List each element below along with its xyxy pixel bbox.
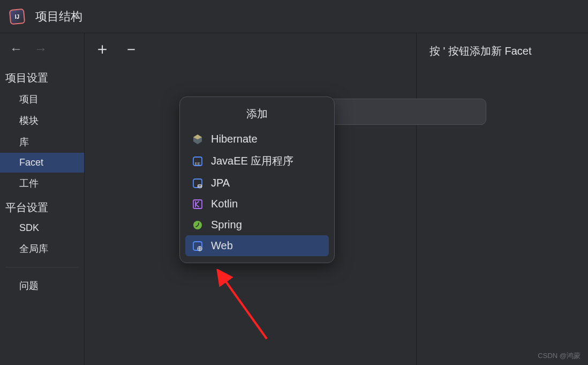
back-button[interactable]: ← — [10, 41, 22, 56]
popup-item-label: JPA — [211, 177, 230, 189]
popup-item-javaee[interactable]: EE JavaEE 应用程序 — [185, 150, 329, 173]
sidebar-item-libraries[interactable]: 库 — [0, 131, 84, 153]
sidebar-item-global-libs[interactable]: 全局库 — [0, 238, 84, 259]
section-title-platform: 平台设置 — [0, 194, 84, 218]
sidebar-item-sdk[interactable]: SDK — [0, 218, 84, 238]
app-icon — [9, 8, 25, 24]
hibernate-icon — [192, 133, 203, 145]
popup-item-web[interactable]: Web — [185, 235, 329, 256]
popup-item-label: JavaEE 应用程序 — [211, 154, 293, 168]
sidebar-divider — [5, 267, 79, 267]
add-facet-popup: 添加 Hibernate EE JavaEE 应用程序 JPA — [179, 96, 335, 263]
sidebar-item-facet[interactable]: Facet — [0, 153, 84, 173]
titlebar: 项目结构 — [0, 0, 588, 33]
sidebar: ← → 项目设置 项目 模块 库 Facet 工件 平台设置 SDK 全局库 问… — [0, 33, 85, 365]
toolbar: ＋ － — [85, 33, 416, 64]
svg-rect-7 — [193, 200, 202, 208]
section-title-project: 项目设置 — [0, 64, 84, 88]
popup-item-label: Web — [211, 240, 233, 252]
window-title: 项目结构 — [35, 9, 82, 25]
svg-line-12 — [224, 279, 267, 339]
center-panel: ＋ － 添加 Hibernate EE JavaEE 应用程序 — [85, 33, 417, 365]
jpa-icon — [192, 177, 203, 189]
popup-item-label: Spring — [211, 219, 242, 231]
svg-point-8 — [193, 221, 202, 229]
sidebar-item-problems[interactable]: 问题 — [0, 275, 84, 296]
javaee-icon: EE — [192, 155, 203, 167]
popup-item-spring[interactable]: Spring — [185, 214, 329, 235]
hint-text: 按 ' 按钮添加新 Facet — [429, 44, 575, 58]
web-icon — [192, 240, 203, 252]
nav-arrows: ← → — [0, 33, 84, 64]
watermark: CSDN @鸿蒙 — [538, 351, 581, 361]
spring-icon — [192, 219, 203, 231]
popup-item-jpa[interactable]: JPA — [185, 173, 329, 193]
popup-item-label: Kotlin — [211, 198, 238, 210]
sidebar-item-artifacts[interactable]: 工件 — [0, 173, 84, 194]
main-area: ← → 项目设置 项目 模块 库 Facet 工件 平台设置 SDK 全局库 问… — [0, 33, 588, 365]
popup-title: 添加 — [185, 103, 329, 129]
annotation-arrow-icon — [213, 269, 283, 349]
popup-item-hibernate[interactable]: Hibernate — [185, 129, 329, 150]
sidebar-item-modules[interactable]: 模块 — [0, 110, 84, 131]
svg-text:EE: EE — [195, 161, 201, 166]
popup-item-label: Hibernate — [211, 133, 258, 145]
add-button[interactable]: ＋ — [94, 41, 110, 57]
hint-panel: 按 ' 按钮添加新 Facet — [417, 33, 588, 365]
popup-item-kotlin[interactable]: Kotlin — [185, 193, 329, 214]
remove-button[interactable]: － — [123, 41, 139, 57]
forward-button: → — [34, 41, 47, 56]
sidebar-item-project[interactable]: 项目 — [0, 88, 84, 110]
kotlin-icon — [192, 198, 203, 210]
